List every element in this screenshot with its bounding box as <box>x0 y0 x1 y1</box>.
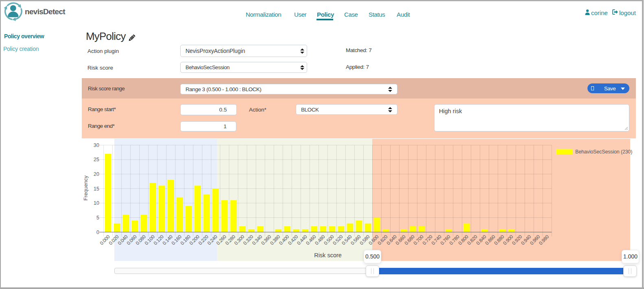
svg-text:Frequency: Frequency <box>83 175 89 201</box>
svg-text:0: 0 <box>96 230 99 235</box>
svg-text:15: 15 <box>94 186 99 192</box>
svg-text:20: 20 <box>94 171 99 177</box>
svg-text:30: 30 <box>94 142 99 148</box>
svg-text:25: 25 <box>94 157 99 162</box>
svg-text:10: 10 <box>94 200 99 206</box>
svg-text:5: 5 <box>96 215 99 221</box>
svg-text:BehavioSecSession (230): BehavioSecSession (230) <box>575 149 632 155</box>
svg-text:Risk score: Risk score <box>314 252 342 258</box>
